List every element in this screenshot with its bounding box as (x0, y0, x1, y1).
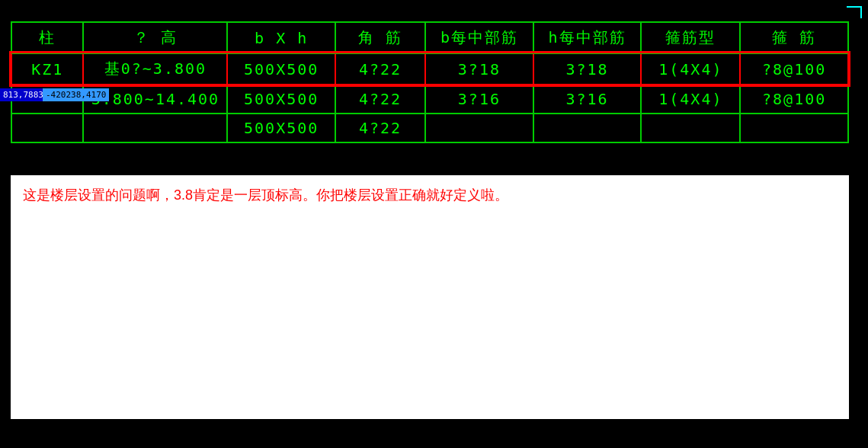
coord-x-display: 813,7883 (0, 88, 46, 101)
cell-luojin-1: ?8@100 (740, 53, 848, 85)
cell-bxh-1: 500X500 (227, 53, 335, 85)
cell-luoxing-3 (641, 114, 740, 142)
header-luojin: 箍 筋 (740, 22, 848, 53)
comment-area: 这是楼层设置的问题啊，3.8肯定是一层顶标高。你把楼层设置正确就好定义啦。 (11, 175, 849, 419)
cell-biaogao-3 (83, 114, 227, 142)
cell-luojin-2: ?8@100 (740, 85, 848, 114)
table-header-row: 柱 ？ 高 b X h 角 筋 b每中部筋 h每中部筋 箍筋型 箍 筋 (11, 22, 848, 53)
cell-hmei-3 (533, 114, 642, 142)
cell-hmei-1: 3?18 (533, 53, 642, 85)
table-row-kz1-1: KZ1 基0?~3.800 500X500 4?22 3?18 3?18 1(4… (11, 53, 848, 85)
header-jiaojin: 角 筋 (335, 22, 425, 53)
cell-zhu-1: KZ1 (11, 53, 83, 85)
header-zhu: 柱 (11, 22, 83, 53)
cad-indicator (847, 6, 862, 18)
cell-luoxing-2: 1(4X4) (641, 85, 740, 114)
cell-jiaojin-3: 4?22 (335, 114, 425, 142)
cad-table: 柱 ？ 高 b X h 角 筋 b每中部筋 h每中部筋 箍筋型 箍 筋 KZ1 … (11, 21, 849, 143)
cad-drawing-area: 813,7883 -420238,4170 柱 ？ 高 b X h 角 筋 b每… (0, 0, 868, 160)
cell-jiaojin-1: 4?22 (335, 53, 425, 85)
cell-bmei-1: 3?18 (425, 53, 533, 85)
cell-bxh-2: 500X500 (227, 85, 335, 114)
coord-y-display: -420238,4170 (43, 88, 109, 101)
cell-bxh-3: 500X500 (227, 114, 335, 142)
cell-luoxing-1: 1(4X4) (641, 53, 740, 85)
header-hmei: h每中部筋 (533, 22, 642, 53)
header-biaogao: ？ 高 (83, 22, 227, 53)
header-luoxing: 箍筋型 (641, 22, 740, 53)
table-row-kz1-2: 3.800~14.400 500X500 4?22 3?16 3?16 1(4X… (11, 85, 848, 114)
table-row-partial: 500X500 4?22 (11, 114, 848, 142)
comment-text: 这是楼层设置的问题啊，3.8肯定是一层顶标高。你把楼层设置正确就好定义啦。 (23, 184, 837, 206)
cell-luojin-3 (740, 114, 848, 142)
cell-jiaojin-2: 4?22 (335, 85, 425, 114)
header-bxh: b X h (227, 22, 335, 53)
cell-biaogao-1: 基0?~3.800 (83, 53, 227, 85)
cell-bmei-3 (425, 114, 533, 142)
cell-hmei-2: 3?16 (533, 85, 642, 114)
header-bmei: b每中部筋 (425, 22, 533, 53)
cell-bmei-2: 3?16 (425, 85, 533, 114)
column-schedule-table: 柱 ？ 高 b X h 角 筋 b每中部筋 h每中部筋 箍筋型 箍 筋 KZ1 … (11, 21, 849, 143)
cell-zhu-3 (11, 114, 83, 142)
